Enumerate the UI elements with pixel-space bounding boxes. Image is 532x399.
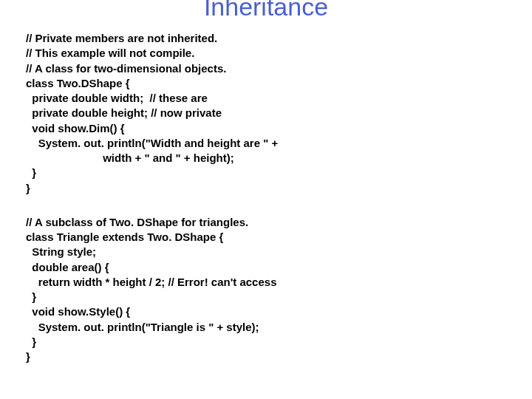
code-gap <box>26 196 506 209</box>
page-title: Inheritance <box>26 0 506 19</box>
code-block-1: // Private members are not inherited. //… <box>26 31 506 196</box>
code-block-2: // A subclass of Two. DShape for triangl… <box>26 215 506 365</box>
slide: Inheritance // Private members are not i… <box>0 0 532 399</box>
